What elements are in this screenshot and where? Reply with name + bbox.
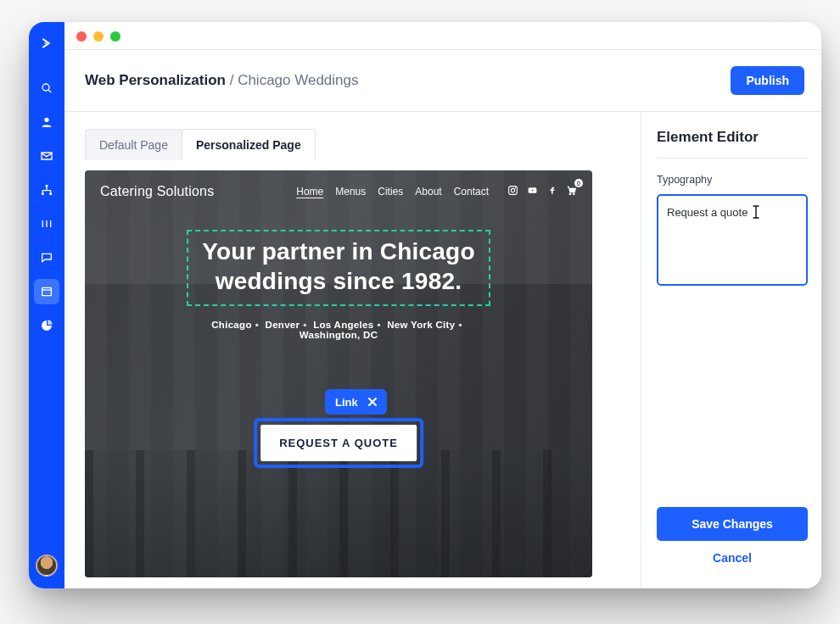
workspace: Default Page Personalized Page Catering … (64, 112, 821, 588)
nav-mail[interactable] (29, 139, 64, 173)
site-brand: Catering Solutions (100, 184, 214, 199)
svg-point-15 (569, 193, 571, 195)
svg-line-1 (48, 90, 51, 92)
publish-button[interactable]: Publish (731, 66, 804, 95)
save-changes-button[interactable]: Save Changes (657, 507, 808, 541)
svg-point-12 (511, 188, 514, 192)
side-nav (29, 22, 64, 588)
cta-selection[interactable]: REQUEST A QUOTE (254, 418, 423, 468)
nav-contacts[interactable] (29, 105, 64, 139)
svg-point-16 (573, 193, 574, 195)
tab-personalized-page[interactable]: Personalized Page (182, 129, 316, 160)
nav-deals[interactable] (29, 207, 64, 241)
panel-title: Element Editor (657, 129, 808, 146)
nav-conversations[interactable] (29, 241, 64, 275)
breadcrumb: Web Personalization / Chicago Weddings (85, 72, 359, 89)
cancel-button[interactable]: Cancel (657, 541, 808, 575)
facebook-icon[interactable] (546, 185, 557, 198)
nav-site[interactable] (34, 279, 59, 304)
youtube-icon[interactable] (527, 185, 538, 198)
typography-input[interactable] (657, 194, 808, 286)
site-nav-contact[interactable]: Contact (454, 186, 489, 198)
canvas-column: Default Page Personalized Page Catering … (64, 112, 641, 588)
hero: Your partner in Chicago weddings since 1… (85, 230, 592, 340)
svg-point-0 (42, 84, 49, 91)
site-nav-home[interactable]: Home (296, 186, 323, 198)
instagram-icon[interactable] (507, 185, 518, 198)
svg-rect-3 (46, 185, 48, 187)
window-zoom-dot[interactable] (110, 31, 120, 42)
cta-button[interactable]: REQUEST A QUOTE (260, 425, 417, 461)
site-nav-cities[interactable]: Cities (378, 186, 403, 198)
element-toolbar[interactable]: Link (325, 389, 387, 415)
site-topbar: Catering Solutions Home Menus Cities Abo… (85, 170, 592, 213)
hero-headline: Your partner in Chicago weddings since 1… (202, 237, 474, 296)
site-nav-about[interactable]: About (415, 186, 441, 198)
nav-search[interactable] (29, 71, 64, 105)
site-nav-menus[interactable]: Menus (335, 186, 366, 198)
page-tabs: Default Page Personalized Page (85, 129, 627, 160)
cart-icon[interactable]: 0 (566, 185, 577, 198)
toolbar-close-icon[interactable] (365, 394, 380, 410)
user-avatar[interactable] (36, 554, 58, 577)
typography-label: Typography (657, 174, 808, 186)
cart-count-badge: 0 (574, 179, 583, 187)
page-header: Web Personalization / Chicago Weddings P… (64, 49, 821, 112)
svg-point-2 (44, 118, 48, 122)
site-nav: Home Menus Cities About Contact (296, 185, 577, 198)
svg-rect-5 (49, 192, 52, 195)
toolbar-link-label[interactable]: Link (335, 396, 358, 409)
window-close-dot[interactable] (76, 31, 87, 42)
nav-reports[interactable] (29, 309, 64, 343)
svg-rect-9 (42, 287, 52, 295)
svg-rect-4 (42, 192, 44, 195)
svg-point-13 (515, 187, 516, 188)
selected-element-outline[interactable]: Your partner in Chicago weddings since 1… (187, 230, 490, 306)
app-window: Web Personalization / Chicago Weddings P… (29, 22, 821, 588)
hero-cities: Chicago• Denver• Los Angeles• New York C… (85, 320, 592, 340)
nav-automations[interactable] (29, 173, 64, 207)
element-editor-panel: Element Editor Typography Request a quot… (641, 112, 821, 588)
panel-separator (657, 158, 808, 159)
site-preview[interactable]: Catering Solutions Home Menus Cities Abo… (85, 170, 592, 577)
tab-default-page[interactable]: Default Page (85, 129, 182, 160)
app-logo-icon (37, 34, 56, 53)
breadcrumb-section: Web Personalization (85, 72, 226, 88)
window-minimize-dot[interactable] (93, 31, 104, 42)
breadcrumb-page: Chicago Weddings (238, 72, 358, 88)
